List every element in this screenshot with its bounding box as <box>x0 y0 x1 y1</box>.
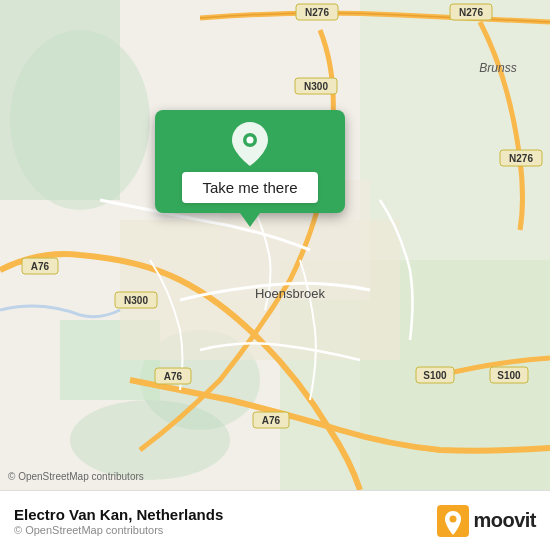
svg-text:© OpenStreetMap contributors: © OpenStreetMap contributors <box>8 471 144 482</box>
svg-text:A76: A76 <box>31 261 50 272</box>
svg-point-33 <box>247 137 254 144</box>
svg-text:N300: N300 <box>304 81 328 92</box>
svg-text:N276: N276 <box>459 7 483 18</box>
copyright-text: © OpenStreetMap contributors <box>14 524 223 536</box>
svg-text:N300: N300 <box>124 295 148 306</box>
svg-text:A76: A76 <box>262 415 281 426</box>
svg-point-1 <box>10 30 150 210</box>
bottom-bar: Electro Van Kan, Netherlands © OpenStree… <box>0 490 550 550</box>
map-container[interactable]: N276 N276 N276 N300 N300 A76 A76 A76 S10… <box>0 0 550 490</box>
take-me-there-button[interactable]: Take me there <box>182 172 317 203</box>
svg-text:N276: N276 <box>305 7 329 18</box>
svg-text:S100: S100 <box>423 370 447 381</box>
svg-text:S100: S100 <box>497 370 521 381</box>
svg-text:Brunss: Brunss <box>479 61 516 75</box>
svg-point-35 <box>450 515 457 522</box>
map-popup: Take me there <box>155 110 345 213</box>
location-title: Electro Van Kan, Netherlands <box>14 506 223 523</box>
svg-text:A76: A76 <box>164 371 183 382</box>
location-pin-icon <box>230 124 270 164</box>
svg-text:Hoensbroek: Hoensbroek <box>255 286 326 301</box>
moovit-logo[interactable]: moovit <box>437 505 536 537</box>
moovit-text: moovit <box>473 509 536 532</box>
svg-text:N276: N276 <box>509 153 533 164</box>
bottom-info: Electro Van Kan, Netherlands © OpenStree… <box>14 506 223 536</box>
moovit-icon <box>437 505 469 537</box>
